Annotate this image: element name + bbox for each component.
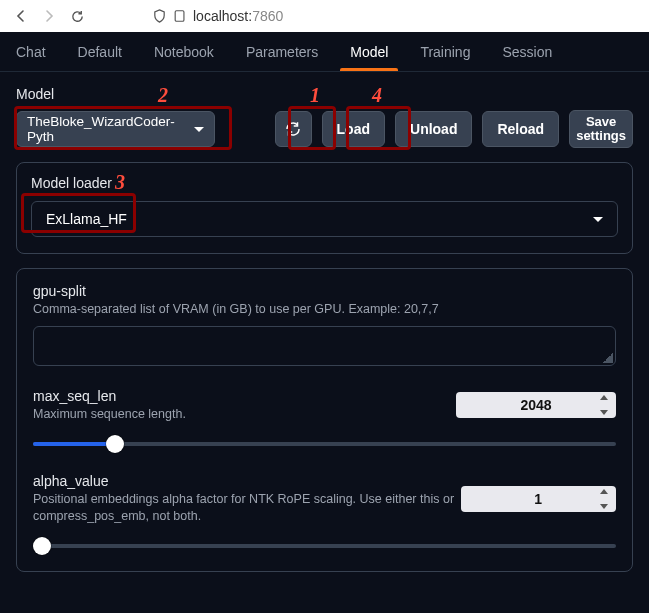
- model-select-dropdown[interactable]: TheBloke_WizardCoder-Pyth: [16, 111, 215, 147]
- step-down-icon[interactable]: [600, 410, 608, 415]
- tab-training[interactable]: Training: [404, 32, 486, 71]
- address-bar[interactable]: localhost:7860: [152, 8, 641, 24]
- tab-session[interactable]: Session: [486, 32, 568, 71]
- refresh-models-button[interactable]: [275, 111, 311, 147]
- reload-button[interactable]: Reload: [482, 111, 559, 147]
- tab-chat[interactable]: Chat: [0, 32, 62, 71]
- gpu-split-help: Comma-separated list of VRAM (in GB) to …: [33, 301, 473, 318]
- model-section-label: Model: [16, 86, 633, 102]
- browser-chrome: localhost:7860: [0, 0, 649, 32]
- settings-panel: gpu-split Comma-separated list of VRAM (…: [16, 268, 633, 572]
- step-up-icon[interactable]: [600, 395, 608, 400]
- back-button[interactable]: [8, 3, 34, 29]
- chevron-down-icon: [593, 217, 603, 222]
- shield-icon: [152, 9, 167, 24]
- gpu-split-field: gpu-split Comma-separated list of VRAM (…: [33, 283, 616, 366]
- resize-handle-icon[interactable]: [603, 353, 613, 363]
- model-loader-title: Model loader: [31, 175, 618, 191]
- tab-bar: Chat Default Notebook Parameters Model T…: [0, 32, 649, 72]
- unload-button[interactable]: Unload: [395, 111, 472, 147]
- alpha-value-label: alpha_value: [33, 473, 461, 489]
- model-loader-panel: Model loader ExLlama_HF 3: [16, 162, 633, 254]
- max-seq-len-help: Maximum sequence length.: [33, 406, 186, 423]
- model-select-value: TheBloke_WizardCoder-Pyth: [27, 114, 194, 144]
- max-seq-len-value: 2048: [520, 397, 551, 413]
- alpha-value-help: Positional embeddings alpha factor for N…: [33, 491, 461, 525]
- model-loader-value: ExLlama_HF: [46, 211, 127, 227]
- max-seq-len-slider[interactable]: [33, 437, 616, 451]
- reload-page-button[interactable]: [64, 3, 90, 29]
- model-loader-dropdown[interactable]: ExLlama_HF: [31, 201, 618, 237]
- alpha-value-field: alpha_value Positional embeddings alpha …: [33, 473, 616, 553]
- refresh-icon: [284, 120, 302, 138]
- gpu-split-input[interactable]: [33, 326, 616, 366]
- tab-parameters[interactable]: Parameters: [230, 32, 334, 71]
- gpu-split-label: gpu-split: [33, 283, 616, 299]
- step-down-icon[interactable]: [600, 504, 608, 509]
- svg-rect-0: [175, 11, 184, 22]
- alpha-value-number-input[interactable]: 1: [461, 486, 616, 512]
- max-seq-len-field: max_seq_len Maximum sequence length. 204…: [33, 388, 616, 451]
- step-up-icon[interactable]: [600, 489, 608, 494]
- max-seq-len-label: max_seq_len: [33, 388, 186, 404]
- max-seq-len-number-input[interactable]: 2048: [456, 392, 616, 418]
- forward-button[interactable]: [36, 3, 62, 29]
- alpha-value-slider[interactable]: [33, 539, 616, 553]
- tab-default[interactable]: Default: [62, 32, 138, 71]
- site-icon: [173, 9, 187, 23]
- save-settings-button[interactable]: Savesettings: [569, 110, 633, 148]
- load-button[interactable]: Load: [322, 111, 385, 147]
- chevron-down-icon: [194, 127, 204, 132]
- tab-model[interactable]: Model: [334, 32, 404, 71]
- alpha-value-value: 1: [534, 491, 542, 507]
- model-actions-row: TheBloke_WizardCoder-Pyth Load Unload Re…: [16, 110, 633, 148]
- tab-notebook[interactable]: Notebook: [138, 32, 230, 71]
- url-host: localhost:7860: [193, 8, 283, 24]
